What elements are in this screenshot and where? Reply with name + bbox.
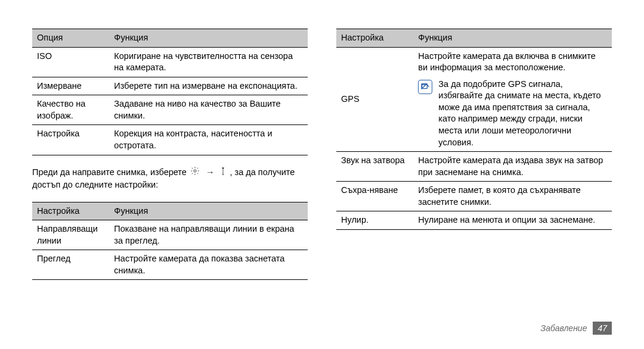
table-header-row: Настройка Функция: [336, 29, 612, 48]
cell-option: Качество на изображ.: [32, 95, 109, 125]
svg-point-2: [222, 174, 224, 175]
table-row: Настройка Корекция на контраста, наситен…: [32, 125, 308, 155]
cell-setting: Нулир.: [336, 211, 413, 230]
gps-description: Настройте камерата да включва в снимките…: [418, 51, 607, 74]
gps-note: За да подобрите GPS сигнала, избягвайте …: [418, 79, 607, 148]
table-header-row: Опция Функция: [32, 29, 308, 48]
header-cell-function: Функция: [109, 202, 308, 220]
gear-icon: [190, 166, 200, 179]
page-content: Опция Функция ISO Коригиране на чувствит…: [0, 0, 644, 291]
header-cell-setting: Настройка: [32, 202, 109, 220]
note-icon: [418, 80, 432, 94]
cell-setting: Направляващи линии: [32, 220, 109, 250]
footer-page-number: 47: [593, 322, 612, 335]
header-cell-setting: Настройка: [336, 29, 413, 48]
cell-setting: Преглед: [32, 250, 109, 280]
table-row: Направляващи линии Показване на направля…: [32, 220, 308, 250]
cell-function: Коригиране на чувствителността на сензор…: [109, 47, 308, 77]
wrench-icon: [220, 166, 226, 179]
instruction-paragraph: Преди да направите снимка, изберете → , …: [32, 166, 308, 191]
settings-table-2: Настройка Функция Направляващи линии Пок…: [32, 202, 308, 281]
options-table-1: Опция Функция ISO Коригиране на чувствит…: [32, 29, 308, 155]
gps-note-text: За да подобрите GPS сигнала, избягвайте …: [438, 79, 607, 148]
table-row: Звук на затвора Настройте камерата да из…: [336, 152, 612, 182]
header-cell-option: Опция: [32, 29, 109, 48]
table-row: Съхра-няване Изберете памет, в която да …: [336, 182, 612, 211]
cell-function: Настройте камерата да издава звук на зат…: [413, 152, 612, 182]
table-row: Измерване Изберете тип на измерване на е…: [32, 77, 308, 95]
right-column: Настройка Функция GPS Настройте камерата…: [336, 29, 612, 291]
page-footer: Забавление 47: [541, 322, 612, 335]
cell-setting: GPS: [336, 47, 413, 152]
header-cell-function: Функция: [109, 29, 308, 48]
cell-function: Корекция на контраста, наситеността и ос…: [109, 125, 308, 155]
table-row: ISO Коригиране на чувствителността на се…: [32, 47, 308, 77]
paragraph-text-pre: Преди да направите снимка, изберете: [32, 167, 189, 177]
cell-function: Изберете памет, в която да съхранявате з…: [413, 182, 612, 211]
svg-point-0: [194, 170, 196, 172]
table-header-row: Настройка Функция: [32, 202, 308, 220]
table-row-gps: GPS Настройте камерата да включва в сним…: [336, 47, 612, 152]
arrow-separator: →: [206, 167, 215, 177]
cell-function: Показване на направляващи линии в екрана…: [109, 220, 308, 250]
left-column: Опция Функция ISO Коригиране на чувствит…: [32, 29, 308, 291]
cell-function: Нулиране на менюта и опции за заснемане.: [413, 211, 612, 230]
settings-table-3: Настройка Функция GPS Настройте камерата…: [336, 29, 612, 230]
cell-setting: Съхра-няване: [336, 182, 413, 211]
cell-option: ISO: [32, 47, 109, 77]
cell-setting: Звук на затвора: [336, 152, 413, 182]
table-row: Нулир. Нулиране на менюта и опции за зас…: [336, 211, 612, 230]
footer-section-label: Забавление: [541, 323, 587, 333]
cell-function: Задаване на ниво на качество за Вашите с…: [109, 95, 308, 125]
cell-function: Настройте камерата да показва заснетата …: [109, 250, 308, 280]
header-cell-function: Функция: [413, 29, 612, 48]
cell-option: Измерване: [32, 77, 109, 95]
table-row: Качество на изображ. Задаване на ниво на…: [32, 95, 308, 125]
cell-function-gps: Настройте камерата да включва в снимките…: [413, 47, 612, 152]
table-row: Преглед Настройте камерата да показва за…: [32, 250, 308, 280]
cell-option: Настройка: [32, 125, 109, 155]
cell-function: Изберете тип на измерване на експонацият…: [109, 77, 308, 95]
